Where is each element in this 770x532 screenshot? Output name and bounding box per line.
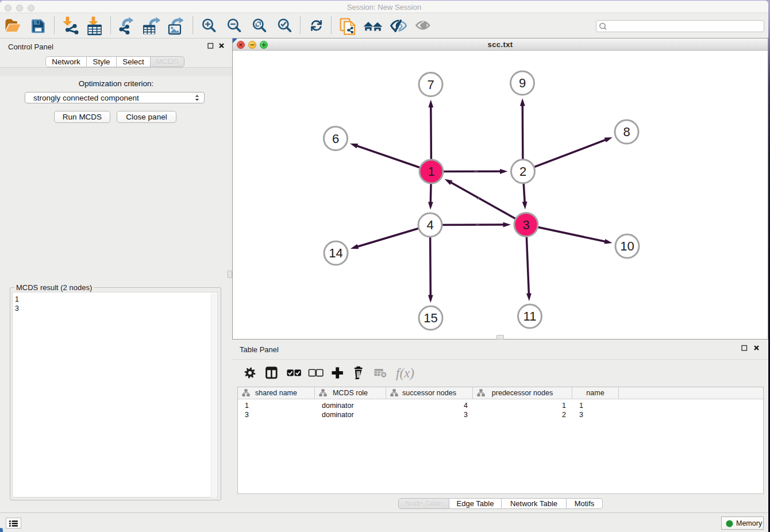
svg-text:14: 14	[329, 246, 342, 260]
svg-text:8: 8	[623, 125, 630, 139]
svg-text:15: 15	[424, 311, 437, 325]
svg-text:3: 3	[522, 218, 529, 232]
svg-text:2: 2	[519, 164, 526, 179]
svg-text:7: 7	[427, 78, 434, 92]
svg-text:f(x): f(x)	[396, 366, 414, 380]
svg-text:1: 1	[428, 164, 434, 179]
svg-text:4: 4	[426, 218, 433, 232]
svg-text:9: 9	[519, 76, 526, 90]
svg-text:6: 6	[332, 132, 339, 146]
svg-text:11: 11	[523, 309, 537, 323]
svg-text:10: 10	[620, 239, 634, 253]
